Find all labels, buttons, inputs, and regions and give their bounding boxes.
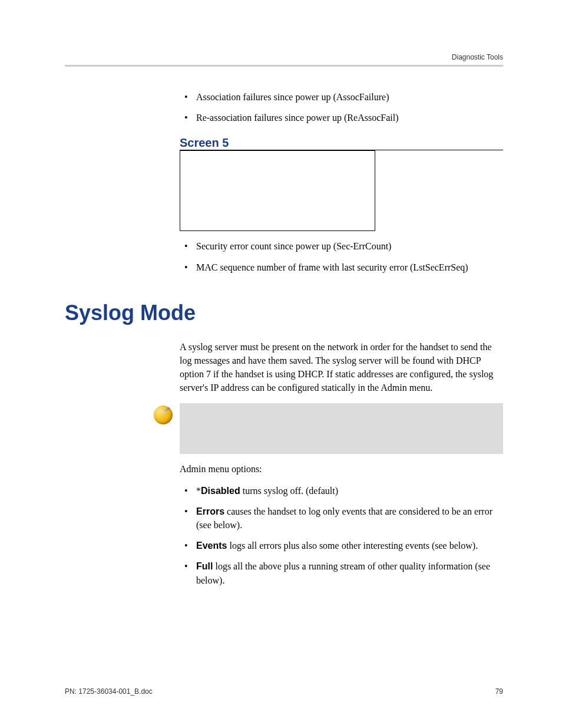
note-row xyxy=(154,403,503,454)
option-text: logs all errors plus also some other int… xyxy=(227,541,478,551)
list-item: Association failures since power up (Ass… xyxy=(180,90,503,104)
option-name: Errors xyxy=(196,506,224,516)
screen5-bullet-list: Security error count since power up (Sec… xyxy=(180,239,503,274)
page-footer: PN: 1725-36034-001_B.doc 79 xyxy=(65,687,503,696)
option-name: Events xyxy=(196,541,227,551)
page: Diagnostic Tools Association failures si… xyxy=(0,0,562,728)
list-item: MAC sequence number of frame with last s… xyxy=(180,261,503,274)
list-item: Errors causes the handset to log only ev… xyxy=(180,505,503,532)
note-box xyxy=(180,403,503,454)
top-bullet-list: Association failures since power up (Ass… xyxy=(180,90,503,124)
pin-note-icon xyxy=(154,406,173,424)
admin-options-label: Admin menu options: xyxy=(180,462,503,476)
syslog-intro-paragraph: A syslog server must be present on the n… xyxy=(180,340,503,395)
admin-options-list: *Disabled turns syslog off. (default) Er… xyxy=(180,484,503,587)
footer-page-number: 79 xyxy=(495,687,503,696)
option-name: Disabled xyxy=(201,486,240,496)
footer-doc-id: PN: 1725-36034-001_B.doc xyxy=(65,687,153,696)
header-section-title: Diagnostic Tools xyxy=(65,53,503,61)
list-item: *Disabled turns syslog off. (default) xyxy=(180,484,503,498)
option-name: Full xyxy=(196,561,213,571)
list-item: Re-association failures since power up (… xyxy=(180,111,503,124)
option-prefix: * xyxy=(196,486,201,496)
list-item: Events logs all errors plus also some ot… xyxy=(180,539,503,552)
option-text: logs all the above plus a running stream… xyxy=(196,561,490,585)
syslog-mode-heading: Syslog Mode xyxy=(65,301,503,325)
list-item: Full logs all the above plus a running s… xyxy=(180,559,503,587)
syslog-content: A syslog server must be present on the n… xyxy=(180,340,503,395)
note-row-wrapper xyxy=(154,403,503,454)
screen5-heading: Screen 5 xyxy=(180,136,503,150)
admin-options: Admin menu options: *Disabled turns sysl… xyxy=(180,462,503,587)
content-column: Association failures since power up (Ass… xyxy=(180,90,503,274)
header-rule xyxy=(65,65,503,67)
screen5-box xyxy=(180,150,375,231)
option-text: causes the handset to log only events th… xyxy=(196,506,492,530)
list-item: Security error count since power up (Sec… xyxy=(180,239,503,253)
option-text: turns syslog off. (default) xyxy=(240,486,338,496)
